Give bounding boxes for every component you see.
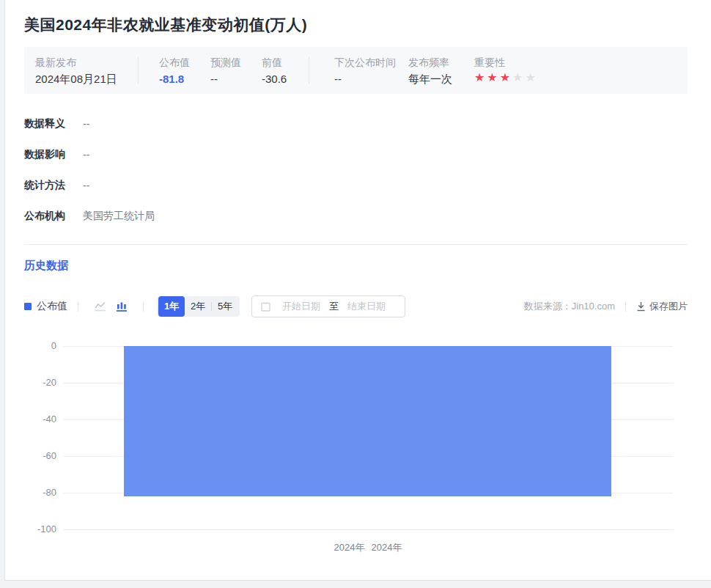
detail-value: -- — [83, 149, 89, 161]
star-icon: ★ — [487, 71, 499, 84]
data-source-text: 数据来源：Jin10.com — [524, 300, 615, 313]
bar-chart-icon[interactable] — [114, 299, 130, 314]
chart-bar — [124, 346, 611, 496]
download-icon — [636, 301, 646, 312]
line-chart-icon[interactable] — [92, 299, 108, 314]
content-card: 美国2024年非农就业基准变动初值(万人) 最新发布 2024年08月21日 公… — [4, 0, 711, 581]
next-release-label: 下次公布时间 — [334, 56, 396, 70]
save-image-button[interactable]: 保存图片 — [636, 300, 688, 313]
y-axis-tick: -20 — [24, 377, 56, 389]
date-range-picker[interactable]: 开始日期 至 结束日期 — [251, 295, 405, 317]
range-tab-group: 1年 2年 5年 — [157, 296, 240, 317]
y-axis-tick: -80 — [24, 487, 56, 499]
range-tab-1y[interactable]: 1年 — [158, 296, 185, 317]
y-axis-tick: -100 — [24, 523, 56, 535]
divider — [309, 57, 309, 84]
previous-value: -30.6 — [262, 73, 287, 85]
end-date-input[interactable]: 结束日期 — [347, 300, 386, 313]
save-image-label: 保存图片 — [649, 300, 688, 313]
history-section-title: 历史数据 — [24, 259, 688, 273]
legend-item-actual[interactable]: 公布值 — [24, 300, 67, 313]
actual-value: -81.8 — [159, 73, 184, 85]
frequency-value: 每年一次 — [408, 73, 452, 87]
divider — [138, 57, 139, 84]
next-release-value: -- — [334, 73, 342, 85]
frequency-label: 发布频率 — [408, 56, 449, 70]
star-icon: ★ — [525, 71, 537, 84]
y-axis-tick: -60 — [24, 450, 56, 462]
range-tab-2y[interactable]: 2年 — [185, 298, 211, 315]
section-divider — [24, 244, 688, 245]
detail-label: 数据释义 — [24, 117, 83, 131]
detail-label: 公布机构 — [24, 210, 83, 223]
divider — [78, 301, 78, 312]
page-title: 美国2024年非农就业基准变动初值(万人) — [24, 15, 688, 35]
latest-release-label: 最新发布 — [35, 56, 76, 70]
start-date-input[interactable]: 开始日期 — [282, 300, 320, 313]
chart-toolbar: 公布值 1年 2年 5年 开始日期 至 结束日期 — [24, 295, 688, 317]
forecast-label: 预测值 — [210, 56, 241, 70]
star-icon: ★ — [474, 71, 487, 84]
x-axis-ticks: 2024年 2024年 — [63, 541, 673, 554]
divider — [143, 301, 144, 312]
date-separator: 至 — [329, 300, 339, 313]
actual-label: 公布值 — [159, 56, 190, 70]
detail-row-agency: 公布机构 美国劳工统计局 — [24, 209, 688, 223]
y-axis-tick: 0 — [24, 340, 56, 352]
star-icon: ★ — [500, 71, 512, 84]
range-tab-5y[interactable]: 5年 — [212, 298, 238, 315]
detail-label: 统计方法 — [24, 179, 83, 192]
importance-label: 重要性 — [474, 56, 505, 70]
previous-label: 前值 — [262, 56, 282, 70]
detail-rows: 数据释义 -- 数据影响 -- 统计方法 -- 公布机构 美国劳工统计局 — [24, 117, 688, 223]
detail-row-method: 统计方法 -- — [24, 178, 688, 192]
legend-label: 公布值 — [37, 300, 67, 313]
legend-swatch — [24, 303, 32, 310]
indicator-info-bar: 最新发布 2024年08月21日 公布值 -81.8 预测值 -- 前值 -30… — [24, 47, 688, 94]
latest-release-value: 2024年08月21日 — [35, 73, 117, 87]
importance-star-rating: ★★★★★ — [474, 70, 538, 84]
toolbar-right: 数据来源：Jin10.com 保存图片 — [524, 300, 688, 313]
detail-value: -- — [83, 180, 89, 191]
gridline — [63, 529, 673, 530]
star-icon: ★ — [512, 71, 525, 84]
calendar-icon — [261, 302, 270, 312]
detail-row-definition: 数据释义 -- — [24, 117, 688, 131]
divider — [625, 301, 626, 312]
x-axis-tick: 2024年 — [334, 541, 365, 554]
y-axis-tick: -40 — [24, 414, 56, 425]
detail-label: 数据影响 — [24, 148, 83, 161]
history-bar-chart: 0 -20 -40 -60 -80 -100 2024年 2024年 — [24, 327, 688, 562]
detail-value: 美国劳工统计局 — [83, 210, 155, 223]
x-axis-tick: 2024年 — [372, 541, 402, 554]
forecast-value: -- — [210, 73, 218, 85]
detail-row-impact: 数据影响 -- — [24, 147, 688, 161]
detail-value: -- — [83, 118, 89, 130]
